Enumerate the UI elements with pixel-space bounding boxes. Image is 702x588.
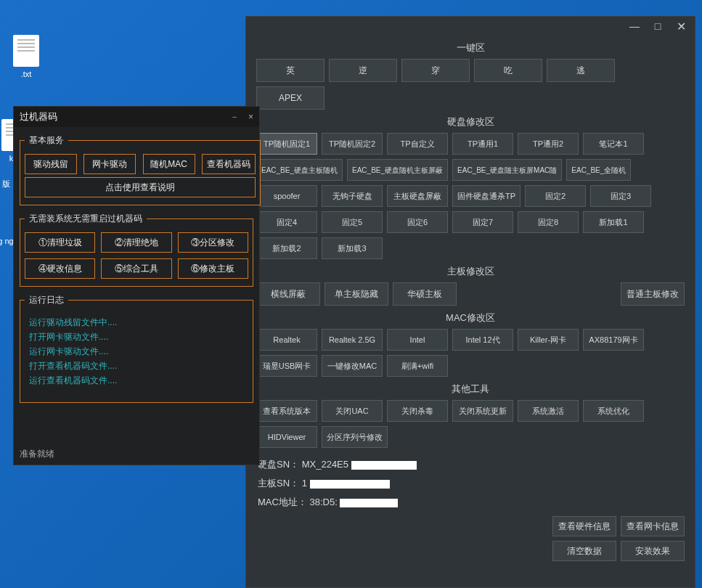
mb-btn[interactable]: 单主板隐藏	[325, 282, 388, 306]
hdd-btn[interactable]: 固定5	[322, 211, 383, 233]
hdd-btn[interactable]: 固件硬盘通杀TP	[452, 185, 521, 207]
other-btn[interactable]: 关闭系统更新	[452, 400, 513, 422]
hdd-btn[interactable]: 固定2	[525, 185, 586, 207]
mac-btn[interactable]: Killer-网卡	[518, 329, 579, 351]
other-grid: 查看系统版本 关闭UAC 关闭杀毒 关闭系统更新 系统激活 系统优化 HIDVi…	[246, 400, 695, 448]
view-nic-info-button[interactable]: 查看网卡信息	[621, 516, 685, 536]
hdd-btn[interactable]: 新加载1	[583, 211, 644, 233]
close-icon[interactable]: ✕	[674, 20, 687, 33]
minimize-icon[interactable]: —	[628, 20, 641, 33]
section-onekey-title: 一键区	[246, 41, 695, 54]
mb-btn[interactable]: 普通主板修改	[621, 282, 685, 306]
hdd-btn[interactable]: 主板硬盘屏蔽	[387, 185, 448, 207]
titlebar: 过机器码 － ×	[14, 107, 259, 127]
other-btn[interactable]: 分区序列号修改	[322, 426, 388, 448]
mac-btn[interactable]: Intel	[387, 329, 448, 351]
noreboot-btn[interactable]: ①清理垃圾	[25, 232, 95, 253]
close-icon[interactable]: ×	[248, 112, 253, 122]
onekey-btn[interactable]: 吃	[474, 59, 542, 82]
hdd-btn[interactable]: 新加载3	[322, 237, 383, 259]
other-btn[interactable]: 系统优化	[583, 400, 644, 422]
basic-btn[interactable]: 网卡驱动	[83, 154, 136, 174]
hdd-btn[interactable]: EAC_BE_硬盘主板随机	[256, 159, 343, 181]
censored	[310, 480, 390, 489]
section-mac-title: MAC修改区	[246, 311, 695, 324]
onekey-btn[interactable]: APEX	[256, 86, 325, 110]
hdd-btn[interactable]: TP通用2	[518, 133, 579, 155]
hdd-grid: TP随机固定1 TP随机固定2 TP自定义 TP通用1 TP通用2 笔记本1 E…	[246, 133, 695, 259]
clear-data-button[interactable]: 清空数据	[552, 541, 616, 561]
onekey-btn[interactable]: 穿	[401, 59, 470, 82]
other-btn[interactable]: 系统激活	[518, 400, 579, 422]
window-title: 过机器码	[20, 110, 57, 123]
hdd-btn[interactable]: 固定3	[590, 185, 651, 207]
hdd-btn[interactable]: EAC_BE_全随机	[566, 159, 631, 181]
onekey-btn[interactable]: 逃	[547, 59, 615, 82]
legend-log: 运行日志	[25, 294, 68, 306]
noreboot-btn[interactable]: ②清理绝地	[101, 232, 171, 253]
hdd-btn[interactable]: 新加载2	[256, 237, 317, 259]
file-icon	[13, 35, 39, 67]
noreboot-btn[interactable]: ⑤综合工具	[101, 258, 171, 279]
hdd-btn[interactable]: EAC_BE_硬盘随机主板屏蔽	[347, 159, 448, 181]
hdd-btn[interactable]: 固定6	[387, 211, 448, 233]
machine-code-panel: 过机器码 － × 基本服务 驱动残留 网卡驱动 随机MAC 查看机器码 点击使用…	[13, 106, 260, 465]
mb-btn[interactable]: 横线屏蔽	[256, 282, 320, 306]
other-btn[interactable]: 查看系统版本	[256, 400, 317, 422]
footer-info: 硬盘SN： MX_224E5 主板SN： 1 MAC地址： 38:D5:	[246, 448, 695, 519]
noreboot-btn[interactable]: ④硬改信息	[25, 258, 95, 279]
hdd-btn[interactable]: TP自定义	[387, 133, 448, 155]
log-output: 运行驱动残留文件中.... 打开网卡驱动文件.... 运行网卡驱动文件.... …	[25, 314, 248, 389]
basic-btn[interactable]: 随机MAC	[143, 154, 195, 174]
mac-btn[interactable]: Intel 12代	[452, 329, 513, 351]
hdd-btn[interactable]: EAC_BE_硬盘随主板屏MAC随	[452, 159, 562, 181]
main-panel: — □ ✕ 一键区 英 逆 穿 吃 逃 APEX 硬盘修改区 TP随机固定1 T…	[245, 16, 695, 588]
status-bar: 准备就绪	[20, 448, 54, 460]
mac-btn[interactable]: 瑞昱USB网卡	[256, 355, 317, 377]
onekey-grid: 英 逆 穿 吃 逃 APEX	[246, 59, 695, 110]
hdd-sn-value: MX_224E5	[302, 459, 348, 470]
hdd-btn[interactable]: 固定7	[452, 211, 513, 233]
legend-noreboot: 无需装系统无需重启过机器码	[25, 213, 147, 225]
hdd-btn[interactable]: 固定8	[518, 211, 579, 233]
hdd-btn[interactable]: 固定4	[256, 211, 317, 233]
log-line: 打开查看机器码文件....	[29, 359, 244, 373]
noreboot-btn[interactable]: ⑥修改主板	[178, 258, 248, 279]
mb-sn-label: 主板SN：	[258, 478, 299, 489]
hdd-btn[interactable]: TP随机固定1	[256, 133, 317, 155]
hdd-btn[interactable]: spoofer	[256, 185, 317, 207]
mac-btn[interactable]: 一键修改MAC	[322, 355, 383, 377]
mac-btn[interactable]: 刷满+wifi	[387, 355, 448, 377]
other-btn[interactable]: HIDViewer	[256, 426, 317, 448]
censored	[340, 499, 398, 507]
desktop-file-txt[interactable]: .txt	[4, 35, 48, 78]
help-button[interactable]: 点击使用查看说明	[25, 177, 256, 197]
mac-btn[interactable]: AX88179网卡	[583, 329, 644, 351]
other-btn[interactable]: 关闭UAC	[322, 400, 383, 422]
fieldset-noreboot: 无需装系统无需重启过机器码 ①清理垃圾 ②清理绝地 ③分区修改 ④硬改信息 ⑤综…	[20, 213, 253, 287]
hdd-btn[interactable]: TP随机固定2	[322, 133, 383, 155]
onekey-btn[interactable]: 英	[256, 59, 325, 82]
hdd-btn[interactable]: 无钩子硬盘	[322, 185, 383, 207]
maximize-icon[interactable]: □	[651, 20, 664, 33]
section-hdd-title: 硬盘修改区	[246, 115, 695, 128]
minimize-icon[interactable]: －	[230, 112, 239, 122]
mac-btn[interactable]: Realtek 2.5G	[322, 329, 383, 351]
onekey-btn[interactable]: 逆	[329, 59, 397, 82]
fieldset-log: 运行日志 运行驱动残留文件中.... 打开网卡驱动文件.... 运行网卡驱动文件…	[20, 294, 253, 403]
basic-btn[interactable]: 查看机器码	[202, 154, 256, 174]
other-btn[interactable]: 关闭杀毒	[387, 400, 448, 422]
section-other-title: 其他工具	[246, 383, 695, 396]
noreboot-btn[interactable]: ③分区修改	[178, 232, 248, 253]
mac-btn[interactable]: Realtek	[256, 329, 317, 351]
mac-grid: Realtek Realtek 2.5G Intel Intel 12代 Kil…	[246, 329, 695, 377]
log-line: 运行驱动残留文件中....	[29, 315, 244, 330]
view-hw-info-button[interactable]: 查看硬件信息	[552, 516, 616, 536]
install-effect-button[interactable]: 安装效果	[621, 541, 685, 561]
log-line: 运行网卡驱动文件....	[29, 344, 244, 359]
mb-btn[interactable]: 华硕主板	[393, 282, 457, 306]
basic-btn[interactable]: 驱动残留	[25, 154, 77, 174]
hdd-btn[interactable]: TP通用1	[452, 133, 513, 155]
hdd-btn[interactable]: 笔记本1	[583, 133, 644, 155]
mb-sn-value: 1	[302, 478, 307, 489]
